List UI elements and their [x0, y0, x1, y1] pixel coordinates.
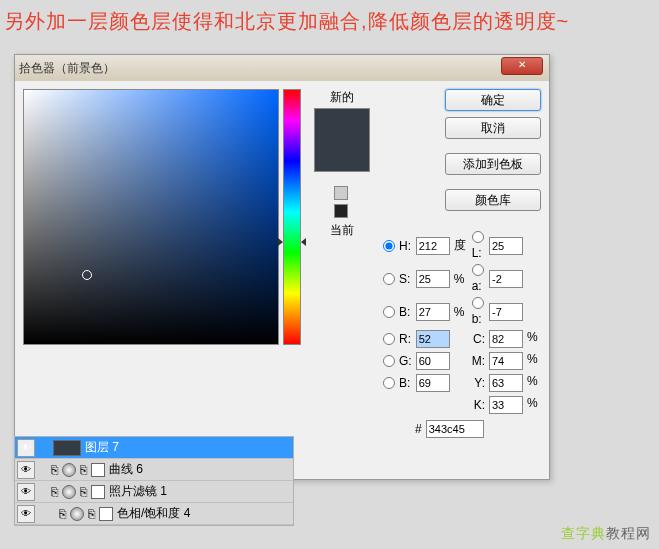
layer-row-selected[interactable]: 👁 图层 7	[15, 437, 293, 459]
link-icon[interactable]: ⎘	[59, 507, 66, 521]
input-bb[interactable]	[489, 303, 523, 321]
label-c: C:	[472, 332, 485, 346]
add-swatch-button[interactable]: 添加到色板	[445, 153, 541, 175]
unit-m: %	[527, 352, 541, 370]
radio-g[interactable]	[383, 355, 395, 367]
input-g[interactable]	[416, 352, 450, 370]
input-hex[interactable]	[426, 420, 484, 438]
radio-r[interactable]	[383, 333, 395, 345]
color-swatch[interactable]	[314, 108, 370, 172]
input-y[interactable]	[489, 374, 523, 392]
hue-slider[interactable]	[283, 89, 301, 345]
radio-h[interactable]	[383, 240, 395, 252]
input-l[interactable]	[489, 237, 523, 255]
watermark: 查字典教程网	[561, 525, 651, 543]
input-h[interactable]	[416, 237, 450, 255]
current-color-swatch	[315, 140, 369, 171]
label-y: Y:	[472, 376, 485, 390]
visibility-icon[interactable]: 👁	[17, 461, 35, 479]
ok-button[interactable]: 确定	[445, 89, 541, 111]
radio-a[interactable]	[472, 264, 484, 276]
label-b: B:	[399, 305, 412, 319]
dialog-title: 拾色器（前景色）	[19, 60, 115, 77]
unit-y: %	[527, 374, 541, 392]
layer-name: 照片滤镜 1	[109, 483, 167, 500]
label-bv: B:	[399, 376, 412, 390]
layer-row[interactable]: 👁 ⎘ ⎘ 曲线 6	[15, 459, 293, 481]
label-m: M:	[472, 354, 485, 368]
new-color-swatch	[315, 109, 369, 140]
color-values-grid: H:度 L: S:% a: B:% b: R: C:% G: M:% B: Y:…	[383, 231, 541, 414]
label-g: G:	[399, 354, 412, 368]
mask-thumb[interactable]	[91, 485, 105, 499]
input-r[interactable]	[416, 330, 450, 348]
mask-thumb[interactable]	[91, 463, 105, 477]
link-icon[interactable]: ⎘	[80, 485, 87, 499]
link-icon[interactable]: ⎘	[88, 507, 95, 521]
nearest-web-swatch[interactable]	[334, 204, 348, 218]
layer-row[interactable]: 👁 ⎘ ⎘ 色相/饱和度 4	[15, 503, 293, 525]
label-k: K:	[472, 398, 485, 412]
input-k[interactable]	[489, 396, 523, 414]
mask-thumb[interactable]	[99, 507, 113, 521]
visibility-icon[interactable]: 👁	[17, 505, 35, 523]
radio-bb[interactable]	[472, 297, 484, 309]
color-libraries-button[interactable]: 颜色库	[445, 189, 541, 211]
current-label: 当前	[309, 222, 375, 239]
input-a[interactable]	[489, 270, 523, 288]
label-s: S:	[399, 272, 412, 286]
hue-pointer-left	[278, 238, 283, 246]
link-icon[interactable]: ⎘	[80, 463, 87, 477]
layer-thumb[interactable]	[53, 440, 81, 456]
hue-pointer-right	[301, 238, 306, 246]
layer-name: 曲线 6	[109, 461, 143, 478]
unit-c: %	[527, 330, 541, 348]
input-b[interactable]	[416, 303, 450, 321]
radio-s[interactable]	[383, 273, 395, 285]
link-icon[interactable]: ⎘	[51, 463, 58, 477]
input-bv[interactable]	[416, 374, 450, 392]
layers-panel: 👁 图层 7 👁 ⎘ ⎘ 曲线 6 👁 ⎘ ⎘ 照片滤镜 1 👁 ⎘ ⎘ 色相/…	[14, 436, 294, 526]
visibility-icon[interactable]: 👁	[17, 439, 35, 457]
radio-l[interactable]	[472, 231, 484, 243]
radio-b[interactable]	[383, 306, 395, 318]
layer-name: 色相/饱和度 4	[117, 505, 190, 522]
input-c[interactable]	[489, 330, 523, 348]
unit-s: %	[454, 272, 468, 286]
color-field[interactable]	[23, 89, 279, 345]
unit-b: %	[454, 305, 468, 319]
visibility-icon[interactable]: 👁	[17, 483, 35, 501]
layer-row[interactable]: 👁 ⎘ ⎘ 照片滤镜 1	[15, 481, 293, 503]
input-m[interactable]	[489, 352, 523, 370]
hex-label: #	[415, 422, 422, 436]
input-s[interactable]	[416, 270, 450, 288]
color-marker[interactable]	[82, 270, 92, 280]
label-h: H:	[399, 239, 412, 253]
layer-name: 图层 7	[85, 439, 119, 456]
adjustment-icon[interactable]	[62, 463, 76, 477]
color-picker-dialog: 拾色器（前景色） ✕ 新的	[14, 54, 550, 480]
close-button[interactable]: ✕	[501, 57, 543, 75]
cube-icon[interactable]	[334, 186, 348, 200]
dialog-titlebar[interactable]: 拾色器（前景色） ✕	[15, 55, 549, 81]
adjustment-icon[interactable]	[62, 485, 76, 499]
radio-bv[interactable]	[383, 377, 395, 389]
annotation-text: 另外加一层颜色层使得和北京更加融合,降低颜色层的透明度~	[0, 0, 659, 41]
unit-k: %	[527, 396, 541, 414]
new-label: 新的	[309, 89, 375, 106]
unit-h: 度	[454, 237, 468, 254]
label-r: R:	[399, 332, 412, 346]
adjustment-icon[interactable]	[70, 507, 84, 521]
link-icon[interactable]: ⎘	[51, 485, 58, 499]
cancel-button[interactable]: 取消	[445, 117, 541, 139]
